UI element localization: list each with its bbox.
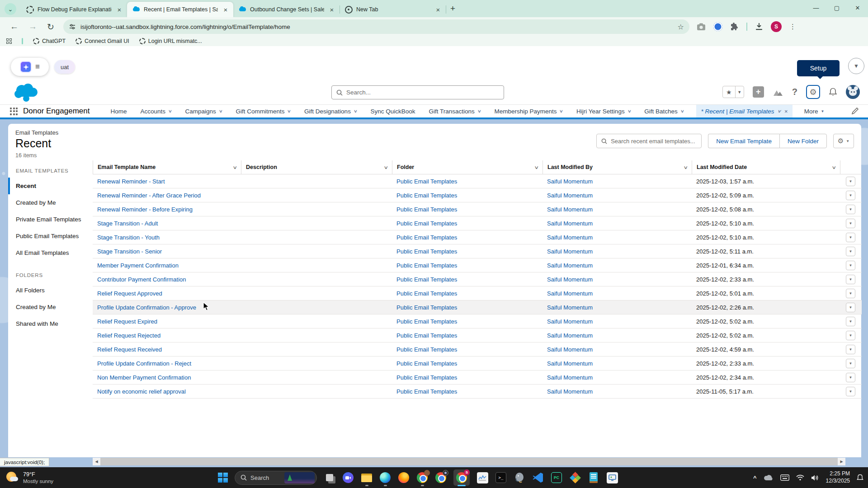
monitor-graph-app-icon[interactable]: [476, 472, 488, 483]
screenshot-camera-icon[interactable]: [697, 23, 706, 31]
folder-link[interactable]: Public Email Templates: [396, 346, 457, 353]
template-name-link[interactable]: Contributor Payment Confirmation: [97, 276, 186, 283]
bookmark-item[interactable]: ChatGPT: [33, 38, 66, 44]
column-header-name[interactable]: Email Template Name∨: [93, 160, 241, 174]
sidebar-item-created-by-me[interactable]: Created by Me: [8, 194, 93, 211]
nav-item-membership-payments[interactable]: Membership Payments∨: [494, 108, 563, 115]
column-header-description[interactable]: Description∨: [241, 160, 392, 174]
template-name-link[interactable]: Renewal Reminder - Before Expiring: [97, 206, 193, 213]
chevron-down-icon[interactable]: ∨: [831, 165, 836, 170]
back-icon[interactable]: ←: [10, 22, 19, 32]
chevron-down-icon[interactable]: ∨: [168, 109, 172, 113]
column-header-modified-date[interactable]: Last Modified Date∨: [692, 160, 840, 174]
modified-by-link[interactable]: Saiful Momentum: [547, 178, 593, 185]
global-actions-plus-icon[interactable]: +: [753, 86, 764, 98]
close-window-button[interactable]: ✕: [847, 0, 868, 15]
close-tab-icon[interactable]: ×: [784, 108, 788, 115]
list-settings-gear-button[interactable]: ⚙ ▼: [833, 134, 854, 148]
user-avatar[interactable]: [846, 85, 860, 99]
new-tab-button[interactable]: +: [450, 4, 455, 14]
scroll-left-icon[interactable]: ◀: [93, 460, 100, 464]
modified-by-link[interactable]: Saiful Momentum: [547, 374, 593, 381]
nav-item-gift-transactions[interactable]: Gift Transactions∨: [429, 108, 481, 115]
chevron-down-icon[interactable]: ∨: [287, 109, 291, 113]
tray-expand-icon[interactable]: ^: [753, 474, 757, 481]
bookmark-item[interactable]: Connect Gmail UI: [75, 38, 129, 44]
chrome-active-icon[interactable]: S: [453, 469, 470, 486]
sparkle-icon[interactable]: [20, 61, 32, 73]
nav-item-gift-commitments[interactable]: Gift Commitments∨: [236, 108, 291, 115]
nav-item-gift-designations[interactable]: Gift Designations∨: [304, 108, 357, 115]
template-name-link[interactable]: Relief Request Rejected: [97, 332, 160, 339]
firefox-icon[interactable]: [398, 472, 410, 483]
modified-by-link[interactable]: Saiful Momentum: [547, 360, 593, 367]
app-launcher-icon[interactable]: [10, 108, 18, 115]
row-actions-caret-button[interactable]: ▼: [846, 233, 855, 242]
row-actions-caret-button[interactable]: ▼: [846, 331, 855, 340]
new-email-template-button[interactable]: New Email Template: [708, 134, 779, 148]
modified-by-link[interactable]: Saiful Momentum: [547, 346, 593, 353]
folder-link[interactable]: Public Email Templates: [396, 220, 457, 227]
chevron-down-icon[interactable]: ∨: [559, 109, 563, 113]
nav-more-button[interactable]: More ▼: [804, 108, 825, 115]
row-actions-caret-button[interactable]: ▼: [846, 303, 855, 312]
nav-item-hijri-year-settings[interactable]: Hijri Year Settings∨: [576, 108, 631, 115]
scroll-right-icon[interactable]: ▶: [838, 460, 845, 464]
pycharm-icon[interactable]: PC: [551, 472, 562, 483]
column-header-modified-by[interactable]: Last Modified By∨: [543, 160, 692, 174]
downloads-icon[interactable]: [755, 23, 763, 31]
sidebar-item-recent[interactable]: Recent: [8, 178, 93, 194]
favorites-star-icon[interactable]: ★: [723, 86, 736, 98]
postgresql-icon[interactable]: [514, 472, 525, 483]
browser-tab[interactable]: Outbound Change Sets | Salesf×: [233, 2, 340, 17]
bookmark-star-icon[interactable]: ☆: [678, 23, 684, 31]
modified-by-link[interactable]: Saiful Momentum: [547, 318, 593, 325]
edit-pencil-icon[interactable]: [851, 107, 859, 115]
folder-link[interactable]: Public Email Templates: [396, 192, 457, 199]
extensions-puzzle-icon[interactable]: [730, 23, 739, 31]
folder-link[interactable]: Public Email Templates: [396, 318, 457, 325]
modified-by-link[interactable]: Saiful Momentum: [547, 206, 593, 213]
template-name-link[interactable]: Stage Transition - Senior: [97, 248, 162, 255]
modified-by-link[interactable]: Saiful Momentum: [547, 388, 593, 395]
nav-item-accounts[interactable]: Accounts∨: [140, 108, 171, 115]
nav-item-sync-quickbook[interactable]: Sync QuickBook: [370, 108, 415, 115]
chevron-down-icon[interactable]: ∨: [219, 109, 223, 113]
nav-item-gift-batches[interactable]: Gift Batches∨: [644, 108, 684, 115]
row-actions-caret-button[interactable]: ▼: [846, 219, 855, 228]
notifications-bell-icon[interactable]: [829, 88, 837, 97]
volume-icon[interactable]: [811, 474, 819, 481]
extension-menu-icon[interactable]: ≡: [35, 62, 40, 71]
template-name-link[interactable]: Relief Request Expired: [97, 318, 157, 325]
browser-tab[interactable]: Flow Debug Failure Explanation×: [21, 2, 127, 17]
chevron-down-icon[interactable]: ∨: [680, 109, 684, 113]
template-name-link[interactable]: Profile Update Confirmation - Approve: [97, 304, 196, 311]
forward-icon[interactable]: →: [28, 22, 37, 32]
meet-app-icon[interactable]: [342, 472, 354, 483]
modified-by-link[interactable]: Saiful Momentum: [547, 234, 593, 241]
wifi-icon[interactable]: [796, 474, 804, 481]
chevron-down-icon[interactable]: ∨: [777, 109, 781, 113]
tab-search-chevron-icon[interactable]: ⌄: [5, 3, 16, 15]
folder-link[interactable]: Public Email Templates: [396, 304, 457, 311]
help-icon[interactable]: ?: [792, 87, 797, 97]
template-name-link[interactable]: Member Payment Confirmation: [97, 262, 179, 269]
taskbar-search[interactable]: Search: [235, 471, 317, 485]
horizontal-scrollbar[interactable]: ◀ ▶: [93, 458, 845, 465]
close-tab-icon[interactable]: ×: [434, 5, 442, 14]
folder-link[interactable]: Public Email Templates: [396, 262, 457, 269]
chevron-down-icon[interactable]: ∨: [232, 165, 237, 170]
template-name-link[interactable]: Stage Transition - Youth: [97, 234, 160, 241]
folder-link[interactable]: Public Email Templates: [396, 234, 457, 241]
onedrive-icon[interactable]: [764, 474, 774, 481]
msi-center-icon[interactable]: [569, 472, 581, 483]
browser-profile-avatar[interactable]: S: [771, 21, 782, 32]
address-bar[interactable]: isijoftoronto--uat.sandbox.lightning.for…: [63, 19, 689, 34]
list-search-input[interactable]: Search recent email templates...: [596, 134, 702, 148]
template-name-link[interactable]: Renewal Reminder - Start: [97, 178, 165, 185]
folder-link[interactable]: Public Email Templates: [396, 388, 457, 395]
onepassword-icon[interactable]: [713, 22, 722, 31]
apps-grid-icon[interactable]: [6, 38, 12, 44]
taskbar-clock[interactable]: 2:25 PM 12/3/2025: [826, 470, 850, 484]
modified-by-link[interactable]: Saiful Momentum: [547, 332, 593, 339]
